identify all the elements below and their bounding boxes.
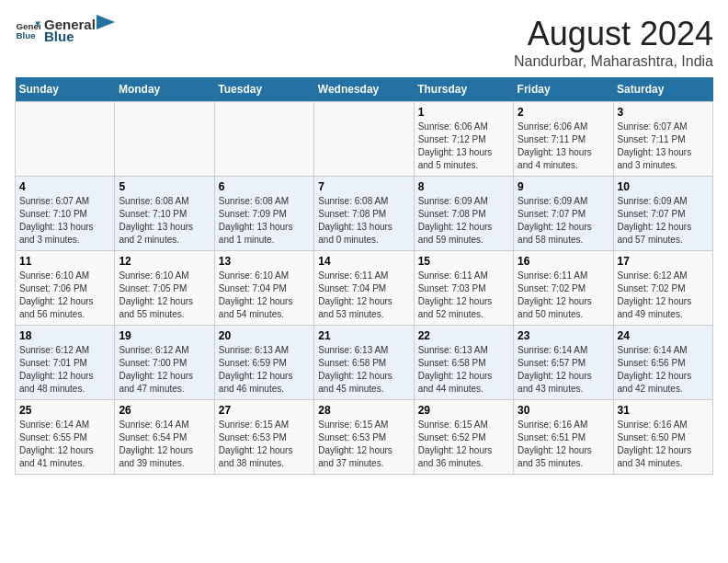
day-info: Sunrise: 6:08 AM Sunset: 7:10 PM Dayligh…: [119, 195, 210, 247]
calendar-cell: 4Sunrise: 6:07 AM Sunset: 7:10 PM Daylig…: [16, 177, 115, 251]
day-info: Sunrise: 6:15 AM Sunset: 6:53 PM Dayligh…: [318, 419, 409, 470]
day-number: 2: [518, 106, 609, 119]
day-number: 1: [418, 106, 509, 119]
day-info: Sunrise: 6:09 AM Sunset: 7:07 PM Dayligh…: [618, 195, 709, 247]
day-number: 8: [418, 180, 509, 193]
calendar-cell: 29Sunrise: 6:15 AM Sunset: 6:52 PM Dayli…: [414, 400, 513, 475]
title-block: August 2024 Nandurbar, Maharashtra, Indi…: [514, 15, 713, 70]
calendar-cell: 25Sunrise: 6:14 AM Sunset: 6:55 PM Dayli…: [16, 400, 115, 475]
day-number: 26: [119, 404, 210, 417]
calendar-cell: [16, 102, 115, 177]
calendar-week-2: 4Sunrise: 6:07 AM Sunset: 7:10 PM Daylig…: [16, 177, 713, 251]
calendar-header: SundayMondayTuesdayWednesdayThursdayFrid…: [16, 77, 713, 102]
day-number: 18: [19, 329, 110, 342]
day-info: Sunrise: 6:16 AM Sunset: 6:51 PM Dayligh…: [518, 419, 609, 470]
logo: General Blue General Blue: [15, 15, 116, 44]
day-info: Sunrise: 6:10 AM Sunset: 7:05 PM Dayligh…: [119, 270, 210, 321]
day-number: 7: [318, 180, 409, 193]
calendar-week-5: 25Sunrise: 6:14 AM Sunset: 6:55 PM Dayli…: [16, 400, 713, 475]
calendar-table: SundayMondayTuesdayWednesdayThursdayFrid…: [15, 77, 713, 475]
logo-arrow-icon: [97, 15, 115, 29]
calendar-cell: 10Sunrise: 6:09 AM Sunset: 7:07 PM Dayli…: [613, 177, 712, 251]
calendar-cell: 17Sunrise: 6:12 AM Sunset: 7:02 PM Dayli…: [613, 251, 712, 326]
calendar-cell: 7Sunrise: 6:08 AM Sunset: 7:08 PM Daylig…: [314, 177, 414, 251]
day-number: 20: [219, 329, 310, 342]
day-info: Sunrise: 6:09 AM Sunset: 7:07 PM Dayligh…: [518, 195, 609, 247]
day-info: Sunrise: 6:11 AM Sunset: 7:03 PM Dayligh…: [418, 270, 509, 321]
day-info: Sunrise: 6:07 AM Sunset: 7:10 PM Dayligh…: [19, 195, 110, 247]
day-header-friday: Friday: [514, 77, 613, 102]
page-header: General Blue General Blue August 2024 Na…: [15, 15, 713, 70]
calendar-cell: 5Sunrise: 6:08 AM Sunset: 7:10 PM Daylig…: [115, 177, 214, 251]
day-header-saturday: Saturday: [613, 77, 712, 102]
day-number: 17: [618, 255, 709, 268]
day-number: 12: [119, 255, 210, 268]
calendar-cell: 1Sunrise: 6:06 AM Sunset: 7:12 PM Daylig…: [414, 102, 513, 177]
calendar-week-4: 18Sunrise: 6:12 AM Sunset: 7:01 PM Dayli…: [16, 326, 713, 400]
calendar-cell: 8Sunrise: 6:09 AM Sunset: 7:08 PM Daylig…: [414, 177, 513, 251]
day-info: Sunrise: 6:10 AM Sunset: 7:04 PM Dayligh…: [219, 270, 310, 321]
calendar-cell: 26Sunrise: 6:14 AM Sunset: 6:54 PM Dayli…: [115, 400, 214, 475]
day-number: 19: [119, 329, 210, 342]
calendar-cell: [214, 102, 313, 177]
calendar-cell: 3Sunrise: 6:07 AM Sunset: 7:11 PM Daylig…: [613, 102, 712, 177]
day-number: 31: [618, 404, 709, 417]
day-number: 27: [219, 404, 310, 417]
calendar-body: 1Sunrise: 6:06 AM Sunset: 7:12 PM Daylig…: [16, 102, 713, 475]
calendar-cell: 6Sunrise: 6:08 AM Sunset: 7:09 PM Daylig…: [214, 177, 313, 251]
day-number: 13: [219, 255, 310, 268]
day-info: Sunrise: 6:13 AM Sunset: 6:58 PM Dayligh…: [418, 344, 509, 396]
day-info: Sunrise: 6:15 AM Sunset: 6:52 PM Dayligh…: [418, 419, 509, 470]
calendar-cell: 14Sunrise: 6:11 AM Sunset: 7:04 PM Dayli…: [314, 251, 414, 326]
day-header-sunday: Sunday: [16, 77, 115, 102]
day-info: Sunrise: 6:12 AM Sunset: 7:01 PM Dayligh…: [19, 344, 110, 396]
calendar-week-3: 11Sunrise: 6:10 AM Sunset: 7:06 PM Dayli…: [16, 251, 713, 326]
calendar-cell: 11Sunrise: 6:10 AM Sunset: 7:06 PM Dayli…: [16, 251, 115, 326]
day-number: 3: [618, 106, 709, 119]
subtitle: Nandurbar, Maharashtra, India: [514, 53, 713, 70]
calendar-cell: 19Sunrise: 6:12 AM Sunset: 7:00 PM Dayli…: [115, 326, 214, 400]
day-info: Sunrise: 6:14 AM Sunset: 6:54 PM Dayligh…: [119, 419, 210, 470]
day-number: 16: [518, 255, 609, 268]
calendar-cell: 23Sunrise: 6:14 AM Sunset: 6:57 PM Dayli…: [514, 326, 613, 400]
day-number: 14: [318, 255, 409, 268]
day-info: Sunrise: 6:08 AM Sunset: 7:08 PM Dayligh…: [318, 195, 409, 247]
calendar-cell: 2Sunrise: 6:06 AM Sunset: 7:11 PM Daylig…: [514, 102, 613, 177]
day-number: 4: [19, 180, 110, 193]
day-info: Sunrise: 6:13 AM Sunset: 6:58 PM Dayligh…: [318, 344, 409, 396]
days-of-week-row: SundayMondayTuesdayWednesdayThursdayFrid…: [16, 77, 713, 102]
day-info: Sunrise: 6:12 AM Sunset: 7:02 PM Dayligh…: [618, 270, 709, 321]
day-number: 30: [518, 404, 609, 417]
day-info: Sunrise: 6:14 AM Sunset: 6:55 PM Dayligh…: [19, 419, 110, 470]
day-info: Sunrise: 6:10 AM Sunset: 7:06 PM Dayligh…: [19, 270, 110, 321]
calendar-cell: 15Sunrise: 6:11 AM Sunset: 7:03 PM Dayli…: [414, 251, 513, 326]
svg-marker-3: [97, 15, 115, 29]
day-info: Sunrise: 6:16 AM Sunset: 6:50 PM Dayligh…: [618, 419, 709, 470]
day-header-thursday: Thursday: [414, 77, 513, 102]
day-info: Sunrise: 6:13 AM Sunset: 6:59 PM Dayligh…: [219, 344, 310, 396]
calendar-cell: 21Sunrise: 6:13 AM Sunset: 6:58 PM Dayli…: [314, 326, 414, 400]
day-info: Sunrise: 6:06 AM Sunset: 7:11 PM Dayligh…: [518, 121, 609, 172]
calendar-cell: 12Sunrise: 6:10 AM Sunset: 7:05 PM Dayli…: [115, 251, 214, 326]
calendar-cell: 18Sunrise: 6:12 AM Sunset: 7:01 PM Dayli…: [16, 326, 115, 400]
day-info: Sunrise: 6:14 AM Sunset: 6:56 PM Dayligh…: [618, 344, 709, 396]
day-header-wednesday: Wednesday: [314, 77, 414, 102]
day-info: Sunrise: 6:11 AM Sunset: 7:04 PM Dayligh…: [318, 270, 409, 321]
calendar-cell: 22Sunrise: 6:13 AM Sunset: 6:58 PM Dayli…: [414, 326, 513, 400]
day-number: 23: [518, 329, 609, 342]
day-number: 6: [219, 180, 310, 193]
day-number: 21: [318, 329, 409, 342]
calendar-cell: 28Sunrise: 6:15 AM Sunset: 6:53 PM Dayli…: [314, 400, 414, 475]
day-number: 25: [19, 404, 110, 417]
day-number: 10: [618, 180, 709, 193]
calendar-cell: 31Sunrise: 6:16 AM Sunset: 6:50 PM Dayli…: [613, 400, 712, 475]
day-number: 5: [119, 180, 210, 193]
calendar-cell: 13Sunrise: 6:10 AM Sunset: 7:04 PM Dayli…: [214, 251, 313, 326]
day-number: 9: [518, 180, 609, 193]
day-info: Sunrise: 6:08 AM Sunset: 7:09 PM Dayligh…: [219, 195, 310, 247]
day-info: Sunrise: 6:15 AM Sunset: 6:53 PM Dayligh…: [219, 419, 310, 470]
logo-icon: General Blue: [15, 17, 40, 42]
svg-text:Blue: Blue: [16, 30, 36, 40]
calendar-cell: 24Sunrise: 6:14 AM Sunset: 6:56 PM Dayli…: [613, 326, 712, 400]
day-number: 24: [618, 329, 709, 342]
